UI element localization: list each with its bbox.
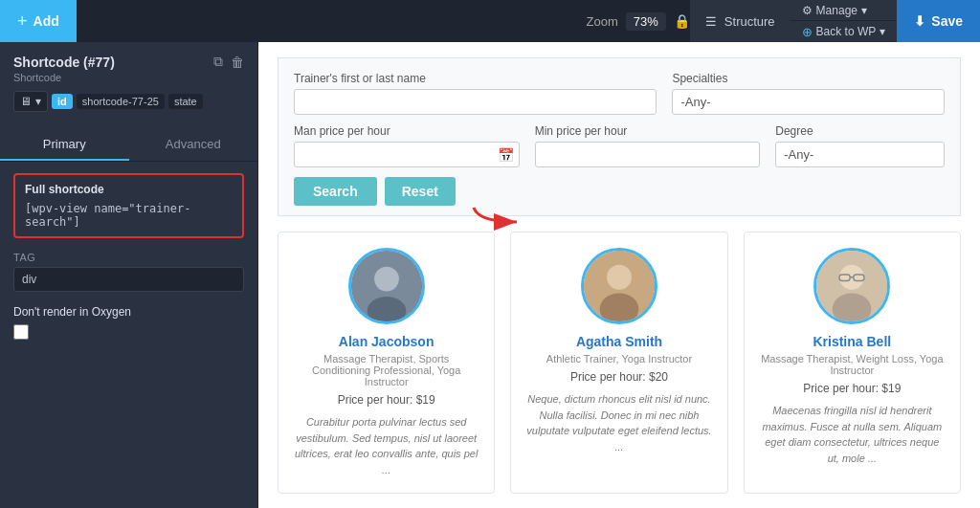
structure-icon: ☰ [705,14,717,29]
trainer-desc-1: Neque, dictum rhoncus elit nisl id nunc.… [526,391,711,454]
svg-point-6 [600,293,639,324]
dont-render-checkbox[interactable] [13,324,29,340]
trainer-desc-0: Curabitur porta pulvinar lectus sed vest… [294,414,479,477]
form-group-max-price: Man price per hour 📅 [294,124,520,167]
specialties-select[interactable]: -Any- [672,89,945,115]
zoom-area: Zoom 73% 🔒 [587,12,690,31]
reset-button[interactable]: Reset [385,177,456,206]
plus-icon: + [17,11,28,32]
wp-icon: ⊕ [802,25,813,39]
sidebar-tabs: Primary Advanced [0,129,257,162]
search-button[interactable]: Search [294,177,377,206]
full-shortcode-box: Full shortcode [wpv-view name="trainer-s… [13,173,244,238]
tag-select[interactable]: div [13,267,244,292]
form-group-min-price: Min price per hour [535,124,761,167]
calendar-icon: 📅 [498,147,514,163]
chevron-down-icon: ▾ [861,4,867,17]
chevron-down-icon-2: ▾ [880,25,885,38]
add-label: Add [33,13,59,29]
dont-render-label: Don't render in Oxygen [13,305,244,319]
trainer-card-1: Agatha Smith Athletic Trainer, Yoga Inst… [510,232,727,494]
svg-point-9 [833,293,872,324]
trainer-price-0: Price per hour: $19 [338,393,435,407]
shortcode-title: Shortcode (#77) ⧉ 🗑 [13,54,244,70]
form-buttons: Search Reset [294,177,945,206]
trainer-name-2[interactable]: Kristina Bell [813,334,891,349]
trainer-price-1: Price per hour: $20 [570,370,668,384]
copy-icon-button[interactable]: ⧉ [213,54,223,70]
form-group-degree: Degree -Any- [775,124,945,167]
manage-label: Manage [816,4,858,17]
form-row-1: Trainer's first or last name Specialties… [294,72,945,115]
main-layout: Shortcode (#77) ⧉ 🗑 Shortcode 🖥 ▾ id sho… [0,42,980,508]
element-type-dropdown[interactable]: 🖥 ▾ [13,91,48,112]
svg-point-3 [367,297,406,324]
state-badge: state [168,94,203,109]
manage-button[interactable]: ⚙ Manage ▾ [791,0,898,21]
tab-primary[interactable]: Primary [0,129,129,161]
trainer-price-2: Price per hour: $19 [803,382,901,395]
save-icon: ⬇ [914,13,925,29]
shortcode-subtitle: Shortcode [13,72,244,83]
preview-area: Trainer's first or last name Specialties… [258,42,980,508]
id-badge: id [52,94,73,109]
save-button[interactable]: ⬇ Save [897,0,980,42]
min-price-label: Min price per hour [535,124,761,138]
avatar-image-0 [351,251,422,321]
back-label: Back to WP [816,25,877,38]
svg-point-2 [374,267,399,292]
tab-advanced-label: Advanced [166,137,221,151]
tag-label: Tag [13,252,244,263]
shortcode-title-text: Shortcode (#77) [13,55,115,70]
search-form: Trainer's first or last name Specialties… [278,57,961,216]
name-field-label: Trainer's first or last name [294,72,657,85]
specialties-label: Specialties [672,72,945,85]
sidebar-header: Shortcode (#77) ⧉ 🗑 Shortcode 🖥 ▾ id sho… [0,42,257,120]
max-price-input-wrapper: 📅 [294,142,520,167]
trainer-specialty-1: Athletic Trainer, Yoga Instructor [546,353,692,364]
tab-advanced[interactable]: Advanced [129,129,258,161]
shortcode-id-text: shortcode-77-25 [77,94,165,109]
max-price-label: Man price per hour [294,124,520,138]
degree-label: Degree [775,124,945,138]
avatar-image-2 [816,251,887,321]
structure-button[interactable]: ☰ Structure [690,0,791,42]
dropdown-chevron: ▾ [35,95,41,108]
manage-icon: ⚙ [802,4,813,17]
trainer-card-0: Alan Jacobson Massage Therapist, Sports … [278,232,495,494]
avatar-2 [813,248,890,324]
zoom-label: Zoom [587,14,618,29]
svg-point-5 [607,265,632,290]
add-button[interactable]: + Add [0,0,77,42]
avatar-image-1 [584,251,655,321]
avatar-0 [348,248,425,324]
shortcode-icon-group: ⧉ 🗑 [213,54,244,70]
trainer-card-2: Kristina Bell Massage Therapist, Weight … [744,232,961,494]
form-group-specialties: Specialties -Any- [672,72,945,115]
full-shortcode-value: [wpv-view name="trainer-search"] [25,202,233,229]
tab-primary-label: Primary [43,137,86,151]
trainer-specialty-2: Massage Therapist, Weight Loss, Yoga Ins… [760,353,945,376]
form-group-name: Trainer's first or last name [294,72,657,115]
preview-inner: Trainer's first or last name Specialties… [258,42,980,508]
sidebar: Shortcode (#77) ⧉ 🗑 Shortcode 🖥 ▾ id sho… [0,42,258,508]
trainer-specialty-0: Massage Therapist, Sports Conditioning P… [294,353,479,387]
selector-row: 🖥 ▾ id shortcode-77-25 state [13,91,244,112]
max-price-input[interactable] [294,142,520,167]
sidebar-content: Full shortcode [wpv-view name="trainer-s… [0,162,257,508]
trainer-desc-2: Maecenas fringilla nisl id hendrerit max… [760,403,945,466]
lock-icon[interactable]: 🔒 [674,13,690,29]
name-input[interactable] [294,89,657,115]
trainers-grid: Alan Jacobson Massage Therapist, Sports … [278,232,961,508]
degree-select[interactable]: -Any- [775,142,945,167]
topbar: + Add Zoom 73% 🔒 ☰ Structure ⚙ Manage ▾ … [0,0,980,42]
trainer-name-0[interactable]: Alan Jacobson [339,334,434,349]
min-price-input[interactable] [535,142,761,167]
manage-area: ⚙ Manage ▾ ⊕ Back to WP ▾ [791,0,898,42]
structure-label: Structure [724,14,775,29]
save-label: Save [931,13,963,29]
form-row-2: Man price per hour 📅 Min price per hour … [294,124,945,167]
delete-icon-button[interactable]: 🗑 [231,54,244,70]
trainer-name-1[interactable]: Agatha Smith [576,334,662,349]
back-to-wp-button[interactable]: ⊕ Back to WP ▾ [791,21,898,42]
